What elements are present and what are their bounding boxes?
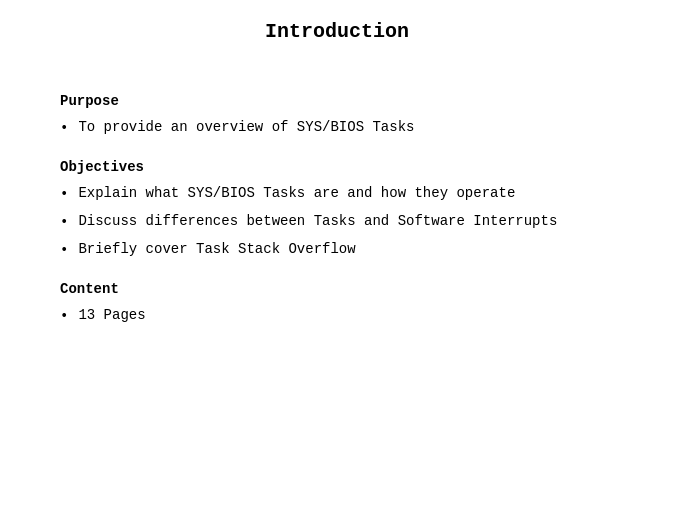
content-list: • 13 Pages <box>60 305 614 327</box>
list-item: • Explain what SYS/BIOS Tasks are and ho… <box>60 183 614 205</box>
purpose-heading: Purpose <box>60 93 614 109</box>
list-item: • 13 Pages <box>60 305 614 327</box>
objectives-list: • Explain what SYS/BIOS Tasks are and ho… <box>60 183 614 261</box>
purpose-section: Purpose • To provide an overview of SYS/… <box>60 93 614 139</box>
objectives-heading: Objectives <box>60 159 614 175</box>
list-item-text: Briefly cover Task Stack Overflow <box>78 239 355 260</box>
content-heading: Content <box>60 281 614 297</box>
bullet-icon: • <box>60 118 68 139</box>
content-section: Content • 13 Pages <box>60 281 614 327</box>
list-item-text: Explain what SYS/BIOS Tasks are and how … <box>78 183 515 204</box>
bullet-icon: • <box>60 306 68 327</box>
page-title: Introduction <box>60 20 614 43</box>
list-item-text: Discuss differences between Tasks and So… <box>78 211 557 232</box>
page-container: Introduction Purpose • To provide an ove… <box>0 0 674 506</box>
objectives-section: Objectives • Explain what SYS/BIOS Tasks… <box>60 159 614 261</box>
list-item: • Briefly cover Task Stack Overflow <box>60 239 614 261</box>
purpose-list: • To provide an overview of SYS/BIOS Tas… <box>60 117 614 139</box>
list-item-text: To provide an overview of SYS/BIOS Tasks <box>78 117 414 138</box>
list-item-text: 13 Pages <box>78 305 145 326</box>
list-item: • To provide an overview of SYS/BIOS Tas… <box>60 117 614 139</box>
list-item: • Discuss differences between Tasks and … <box>60 211 614 233</box>
bullet-icon: • <box>60 212 68 233</box>
bullet-icon: • <box>60 184 68 205</box>
bullet-icon: • <box>60 240 68 261</box>
